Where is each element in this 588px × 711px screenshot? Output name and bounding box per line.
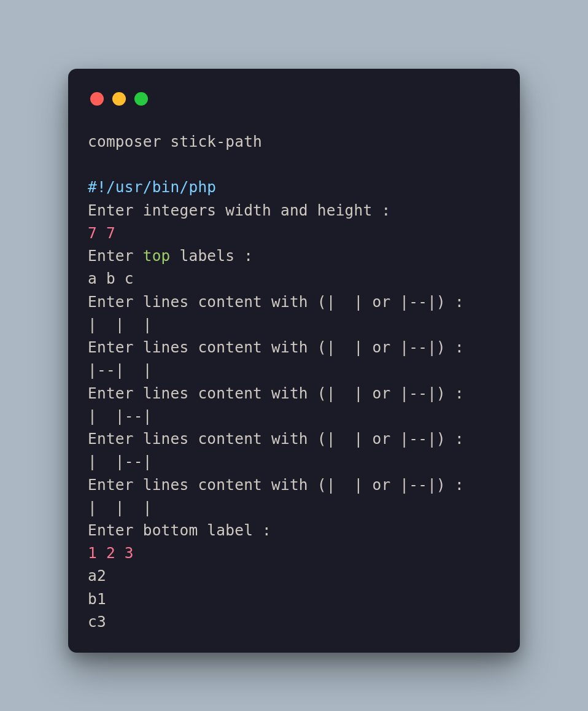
window-controls <box>88 88 500 106</box>
input-line-2: |--| | <box>88 361 152 379</box>
terminal-output: composer stick-path #!/usr/bin/php Enter… <box>88 130 500 633</box>
command-line: composer stick-path <box>88 133 262 150</box>
prompt-line-2: Enter lines content with (| | or |--|) : <box>88 338 464 356</box>
prompt-bottom-label: Enter bottom label : <box>88 521 271 539</box>
input-line-3: | |--| <box>88 407 152 425</box>
terminal-window: composer stick-path #!/usr/bin/php Enter… <box>68 69 520 653</box>
maximize-icon[interactable] <box>134 92 148 106</box>
input-dimensions: 7 7 <box>88 224 115 242</box>
minimize-icon[interactable] <box>112 92 126 106</box>
input-line-1: | | | <box>88 316 152 333</box>
output-result-2: b1 <box>88 590 106 608</box>
input-line-5: | | | <box>88 499 152 516</box>
close-icon[interactable] <box>90 92 104 106</box>
input-top-labels: a b c <box>88 270 134 287</box>
input-bottom-labels: 1 2 3 <box>88 544 134 562</box>
output-result-3: c3 <box>88 613 106 631</box>
output-result-1: a2 <box>88 567 106 585</box>
prompt-top-labels: Enter top labels : <box>88 247 253 265</box>
prompt-line-1: Enter lines content with (| | or |--|) : <box>88 293 464 311</box>
prompt-line-5: Enter lines content with (| | or |--|) : <box>88 476 464 494</box>
input-line-4: | |--| <box>88 453 152 470</box>
shebang-line: #!/usr/bin/php <box>88 178 216 196</box>
prompt-width-height: Enter integers width and height : <box>88 201 390 219</box>
prompt-line-3: Enter lines content with (| | or |--|) : <box>88 384 464 402</box>
prompt-line-4: Enter lines content with (| | or |--|) : <box>88 430 464 448</box>
